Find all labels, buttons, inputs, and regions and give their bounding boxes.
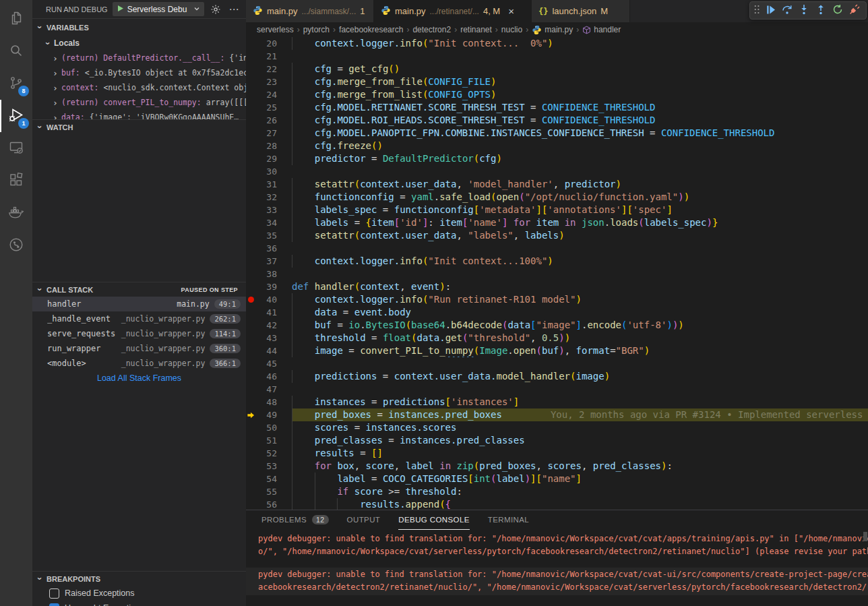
line-number[interactable]: 39 <box>255 280 277 293</box>
code-line-content[interactable]: label = COCO_CATEGORIES[int(label)]["nam… <box>292 473 868 485</box>
code-line-content[interactable]: cfg.MODEL.RETINANET.SCORE_THRESH_TEST = … <box>292 101 868 114</box>
breakpoint-margin[interactable] <box>246 191 255 204</box>
code-line-content[interactable]: results = [] <box>292 447 868 460</box>
panel-tab-debug-console[interactable]: DEBUG CONSOLE <box>398 510 470 530</box>
code-line-content[interactable]: cfg = get_cfg() <box>292 63 868 75</box>
activity-bar-item-source-control[interactable]: 8 <box>0 67 32 100</box>
breadcrumb-item-nuclio[interactable]: nuclio <box>501 25 522 34</box>
breakpoint-margin[interactable] <box>246 204 255 216</box>
variables-section-header[interactable]: › VARIABLES <box>32 18 246 36</box>
code-line-content[interactable] <box>292 165 868 178</box>
code-line-content[interactable] <box>292 242 868 255</box>
code-line-content[interactable]: for box, score, label in zip(pred_boxes,… <box>292 460 868 473</box>
restart-button[interactable] <box>830 3 846 19</box>
breakpoint-margin[interactable] <box>246 114 255 127</box>
breakpoints-section-header[interactable]: › BREAKPOINTS <box>32 571 246 586</box>
line-number[interactable]: 53 <box>255 460 277 473</box>
code-line-content[interactable]: functionconfig = yaml.safe_load(open("/o… <box>292 191 868 204</box>
activity-bar-item-explorer[interactable] <box>0 3 32 35</box>
code-line-content[interactable]: context.logger.info("Init context... 0%"… <box>292 37 868 50</box>
activity-bar-item-run-and-debug[interactable]: 1 <box>0 100 32 132</box>
breakpoint-margin[interactable] <box>246 63 255 75</box>
line-number[interactable]: 56 <box>255 498 277 510</box>
line-number[interactable]: 45 <box>255 357 277 370</box>
line-number[interactable]: 35 <box>255 229 277 242</box>
code-line-content[interactable]: context.logger.info("Init context...100%… <box>292 255 868 268</box>
code-line-content[interactable]: context.logger.info("Run retinanet-R101 … <box>292 293 868 306</box>
line-number[interactable]: 34 <box>255 216 277 229</box>
breakpoint-margin[interactable] <box>246 101 255 114</box>
line-number[interactable]: 37 <box>255 255 277 268</box>
breakpoint-margin[interactable] <box>246 140 255 152</box>
breakpoint-margin[interactable] <box>246 178 255 191</box>
code-line-content[interactable]: scores = instances.scores <box>292 421 868 434</box>
breakpoint-margin[interactable] <box>246 344 255 357</box>
more-actions-icon[interactable]: ⋯ <box>227 3 241 16</box>
breakpoint-margin[interactable] <box>246 485 255 498</box>
code-line-content[interactable]: pred_boxes = instances.pred_boxesYou, 2 … <box>292 408 868 421</box>
activity-bar-item-extensions[interactable] <box>0 164 32 197</box>
line-number[interactable]: 21 <box>255 50 277 63</box>
checkbox[interactable]: ✓ <box>49 603 59 606</box>
breadcrumb-item-detectron2[interactable]: detectron2 <box>412 25 451 34</box>
code-line-content[interactable] <box>292 383 868 396</box>
code-line-content[interactable]: data = event.body <box>292 306 868 319</box>
breadcrumb-item-pytorch[interactable]: pytorch <box>303 25 330 34</box>
step-out-button[interactable] <box>813 3 829 19</box>
code-line-content[interactable]: cfg.merge_from_list(CONFIG_OPTS) <box>292 88 868 101</box>
breakpoint-margin[interactable] <box>246 152 255 165</box>
panel-tab-terminal[interactable]: TERMINAL <box>488 510 529 530</box>
line-number[interactable]: 40 <box>255 293 277 306</box>
line-number[interactable]: 51 <box>255 434 277 447</box>
line-number[interactable]: 49 <box>255 408 277 421</box>
code-line-content[interactable] <box>292 50 868 63</box>
breakpoint-margin[interactable] <box>246 88 255 101</box>
line-number[interactable]: 47 <box>255 383 277 396</box>
checkbox[interactable] <box>49 588 59 599</box>
line-number[interactable]: 55 <box>255 485 277 498</box>
breakpoint-margin[interactable] <box>246 75 255 88</box>
code-line-content[interactable]: labels_spec = functionconfig['metadata']… <box>292 204 868 216</box>
code-line-content[interactable]: def handler(context, event): <box>292 280 868 293</box>
line-number[interactable]: 32 <box>255 191 277 204</box>
breakpoint-margin[interactable] <box>246 37 255 50</box>
stack-frame[interactable]: <module>_nuclio_wrapper.py366:1 <box>32 356 246 371</box>
breakpoint-margin[interactable] <box>246 50 255 63</box>
editor-tab-main.py[interactable]: main.py.../retinanet/...4, M× <box>374 0 532 22</box>
code-line-content[interactable]: threshold = float(data.get("threshold", … <box>292 332 868 344</box>
line-number[interactable]: 28 <box>255 140 277 152</box>
line-number[interactable]: 44 <box>255 344 277 357</box>
close-icon[interactable]: × <box>508 6 514 16</box>
code-line-content[interactable]: predictor = DefaultPredictor(cfg) <box>292 152 868 165</box>
stack-frame[interactable]: _handle_event_nuclio_wrapper.py262:1 <box>32 311 246 326</box>
code-editor[interactable]: 20 context.logger.info("Init context... … <box>246 37 868 510</box>
launch-config-dropdown[interactable]: Serverless Debu <box>113 2 204 16</box>
breakpoint-margin[interactable] <box>246 127 255 140</box>
breakpoint-margin[interactable] <box>246 319 255 332</box>
line-number[interactable]: 31 <box>255 178 277 191</box>
line-number[interactable]: 23 <box>255 75 277 88</box>
drag-handle-button[interactable] <box>752 3 762 19</box>
breakpoint-margin[interactable] <box>246 280 255 293</box>
activity-bar-item-git-graph[interactable] <box>0 229 32 262</box>
code-line-content[interactable]: setattr(context.user_data, 'model_handle… <box>292 178 868 191</box>
breakpoint-margin[interactable] <box>246 473 255 485</box>
line-number[interactable]: 38 <box>255 268 277 280</box>
breadcrumb-item-retinanet[interactable]: retinanet <box>460 25 492 34</box>
code-line-content[interactable]: cfg.MODEL.PANOPTIC_FPN.COMBINE.INSTANCES… <box>292 127 868 140</box>
breakpoint-margin[interactable] <box>246 216 255 229</box>
line-number[interactable]: 48 <box>255 396 277 408</box>
code-line-content[interactable]: setattr(context.user_data, "labels", lab… <box>292 229 868 242</box>
line-number[interactable]: 33 <box>255 204 277 216</box>
line-number[interactable]: 29 <box>255 152 277 165</box>
breakpoint-margin[interactable] <box>246 165 255 178</box>
panel-scrollbar[interactable] <box>863 532 867 541</box>
panel-tab-problems[interactable]: PROBLEMS12 <box>261 510 329 530</box>
stack-frame[interactable]: serve_requests_nuclio_wrapper.py114:1 <box>32 326 246 341</box>
code-line-content[interactable]: cfg.MODEL.ROI_HEADS.SCORE_THRESH_TEST = … <box>292 114 868 127</box>
breakpoint-row[interactable]: ✓Uncaught Exceptions <box>32 601 246 606</box>
line-number[interactable]: 36 <box>255 242 277 255</box>
breakpoint-margin[interactable] <box>246 383 255 396</box>
code-line-content[interactable]: instances = predictions['instances'] <box>292 396 868 408</box>
line-number[interactable]: 52 <box>255 447 277 460</box>
